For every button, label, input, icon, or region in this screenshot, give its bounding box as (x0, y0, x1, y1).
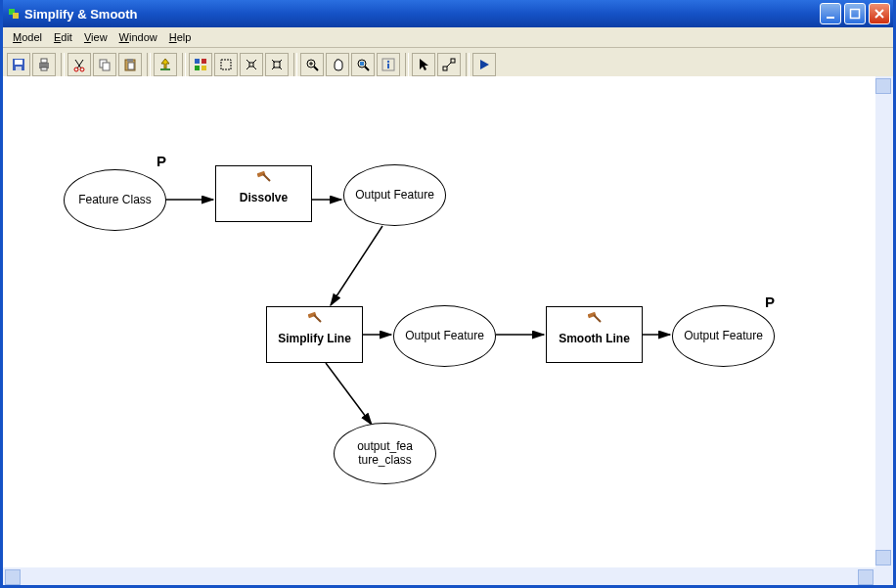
node-output-feature-1[interactable]: Output Feature (343, 164, 446, 226)
svg-rect-36 (387, 64, 389, 68)
svg-line-39 (447, 63, 451, 67)
svg-rect-15 (103, 63, 110, 70)
svg-rect-8 (41, 59, 47, 63)
print-icon[interactable] (32, 53, 56, 76)
svg-rect-18 (127, 59, 133, 62)
node-label: Output Feature (355, 189, 434, 203)
run-icon[interactable] (472, 53, 496, 76)
node-label: Output Feature (405, 330, 484, 343)
svg-rect-6 (16, 67, 22, 70)
svg-point-35 (387, 61, 389, 63)
zoom-full-icon[interactable] (351, 53, 375, 76)
svg-rect-22 (195, 66, 200, 70)
svg-point-13 (80, 68, 84, 71)
hammer-icon (588, 311, 602, 323)
svg-line-52 (594, 315, 601, 322)
svg-line-32 (365, 67, 369, 70)
svg-rect-17 (128, 63, 134, 69)
svg-rect-33 (360, 62, 364, 66)
zoom-in-icon[interactable] (300, 53, 324, 76)
svg-rect-20 (195, 59, 200, 64)
horizontal-scrollbar[interactable] (3, 567, 875, 585)
close-button[interactable] (869, 3, 890, 24)
maximize-button[interactable] (844, 3, 866, 24)
scroll-up-icon[interactable] (875, 78, 891, 94)
hammer-icon (257, 170, 271, 182)
hammer-icon (308, 311, 322, 323)
node-label: Dissolve (240, 192, 288, 205)
cut-icon[interactable] (67, 53, 91, 76)
svg-rect-1 (851, 10, 860, 19)
model-canvas[interactable]: P Feature Class Dissolve Output Feature … (3, 76, 875, 567)
app-window: Simplify & Smooth Model Edit View Window… (0, 0, 896, 588)
menu-edit[interactable]: Edit (48, 30, 78, 44)
add-data-icon[interactable] (154, 53, 177, 76)
node-label: output_fea ture_class (335, 440, 435, 468)
param-flag: P (765, 294, 775, 310)
svg-point-12 (74, 68, 78, 71)
scroll-right-icon[interactable] (858, 569, 874, 585)
select-rect-icon[interactable] (214, 53, 238, 76)
node-smooth-line[interactable]: Smooth Line (546, 306, 643, 363)
menu-bar: Model Edit View Window Help (3, 27, 893, 48)
expand-icon[interactable] (265, 53, 289, 76)
vertical-scrollbar[interactable] (875, 76, 893, 567)
app-icon (9, 9, 19, 19)
node-feature-class[interactable]: Feature Class (64, 169, 166, 231)
paste-icon[interactable] (118, 53, 142, 76)
svg-line-42 (331, 226, 382, 305)
menu-help[interactable]: Help (163, 30, 198, 44)
node-simplify-line[interactable]: Simplify Line (266, 306, 363, 363)
menu-view[interactable]: View (78, 30, 113, 44)
scroll-down-icon[interactable] (875, 550, 891, 565)
pointer-icon[interactable] (412, 53, 435, 76)
node-output-feature-3[interactable]: Output Feature (672, 305, 775, 367)
svg-rect-38 (451, 59, 455, 63)
copy-icon[interactable] (93, 53, 116, 76)
minimize-button[interactable] (820, 3, 841, 24)
svg-rect-0 (827, 17, 834, 19)
svg-rect-9 (41, 68, 47, 70)
scroll-corner (875, 567, 893, 585)
svg-rect-37 (443, 67, 447, 70)
svg-rect-25 (249, 63, 253, 67)
svg-line-48 (263, 174, 270, 181)
svg-rect-21 (202, 59, 206, 64)
node-label: Feature Class (78, 194, 152, 207)
svg-rect-5 (15, 60, 22, 65)
svg-line-28 (314, 67, 318, 70)
node-label: Smooth Line (559, 333, 630, 346)
window-title: Simplify & Smooth (24, 7, 820, 22)
menu-window[interactable]: Window (113, 30, 163, 44)
title-bar[interactable]: Simplify & Smooth (3, 0, 893, 27)
svg-line-50 (314, 315, 321, 322)
node-label: Output Feature (684, 330, 763, 343)
svg-rect-24 (221, 60, 231, 69)
scroll-left-icon[interactable] (5, 569, 21, 585)
color-grid-icon[interactable] (189, 53, 212, 76)
svg-rect-19 (160, 68, 170, 70)
save-icon[interactable] (7, 53, 30, 76)
node-output-feature-class[interactable]: output_fea ture_class (334, 423, 436, 484)
param-flag: P (157, 153, 166, 169)
pan-icon[interactable] (326, 53, 349, 76)
menu-model[interactable]: Model (7, 30, 48, 44)
node-dissolve[interactable]: Dissolve (215, 165, 312, 222)
svg-line-46 (326, 363, 372, 425)
node-output-feature-2[interactable]: Output Feature (393, 305, 496, 367)
collapse-icon[interactable] (240, 53, 263, 76)
identify-icon[interactable] (377, 53, 400, 76)
node-label: Simplify Line (278, 333, 351, 346)
connect-icon[interactable] (437, 53, 461, 76)
svg-rect-23 (202, 66, 206, 70)
